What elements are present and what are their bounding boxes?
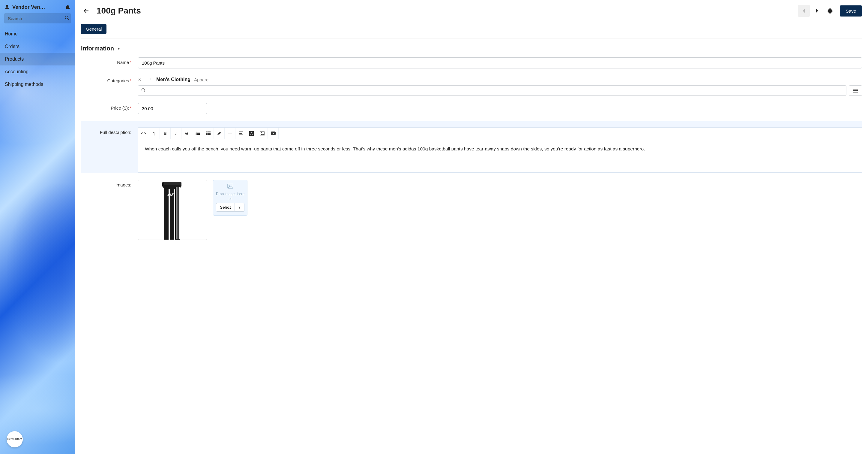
- product-image-thumb[interactable]: [138, 180, 207, 240]
- tabs: General: [81, 24, 862, 38]
- svg-rect-15: [206, 134, 208, 135]
- sidebar-nav: Home Orders Products Accounting Shipping…: [0, 28, 75, 91]
- svg-rect-13: [208, 133, 209, 134]
- nav-shipping-methods[interactable]: Shipping methods: [0, 78, 75, 91]
- save-button[interactable]: Save: [840, 5, 862, 17]
- price-label: Price ($):*: [81, 103, 138, 111]
- svg-point-3: [195, 132, 196, 133]
- vendor-name[interactable]: Vendor Ven…: [12, 4, 62, 10]
- page-title: 100g Pants: [97, 6, 793, 16]
- description-label: Full description:: [81, 127, 138, 135]
- nav-home[interactable]: Home: [0, 28, 75, 40]
- user-icon: [5, 4, 9, 10]
- svg-rect-11: [209, 132, 211, 133]
- category-main: Men's Clothing: [156, 77, 190, 82]
- sidebar-search[interactable]: [4, 13, 71, 23]
- editor-paragraph-icon[interactable]: ¶: [149, 127, 160, 139]
- sidebar: Vendor Ven… Home Orders Products Account…: [0, 0, 75, 454]
- search-icon: [141, 88, 146, 93]
- category-search[interactable]: [138, 85, 846, 96]
- tab-general[interactable]: General: [81, 24, 106, 34]
- image-dropzone[interactable]: Drop images here or Select ▼: [213, 180, 247, 216]
- svg-rect-0: [853, 89, 858, 89]
- description-editor: <> ¶ B I S —: [138, 127, 862, 173]
- svg-point-5: [195, 133, 196, 134]
- svg-rect-30: [176, 187, 177, 239]
- svg-rect-4: [197, 132, 200, 133]
- bell-icon[interactable]: [65, 4, 70, 10]
- drag-handle-icon[interactable]: ⋮⋮: [145, 77, 153, 82]
- name-input[interactable]: [138, 57, 862, 68]
- caret-down-icon: ▼: [117, 47, 121, 51]
- svg-rect-16: [208, 134, 209, 135]
- price-input[interactable]: [138, 103, 207, 114]
- svg-rect-27: [164, 182, 181, 185]
- svg-rect-18: [239, 132, 243, 132]
- svg-rect-1: [853, 90, 858, 91]
- category-parent: Apparel: [194, 77, 210, 82]
- store-badge[interactable]: Demo Store: [7, 431, 23, 447]
- images-label: Images:: [81, 180, 138, 187]
- svg-point-24: [261, 132, 262, 133]
- nav-products[interactable]: Products: [0, 53, 75, 65]
- search-icon: [65, 16, 69, 21]
- svg-rect-6: [197, 133, 200, 134]
- description-textarea[interactable]: When coach calls you off the bench, you …: [138, 139, 862, 172]
- image-placeholder-icon: [227, 184, 234, 190]
- svg-rect-19: [239, 133, 242, 134]
- editor-italic-icon[interactable]: I: [170, 127, 182, 139]
- nav-accounting[interactable]: Accounting: [0, 65, 75, 78]
- editor-toolbar: <> ¶ B I S —: [138, 127, 862, 139]
- svg-rect-9: [206, 132, 208, 133]
- editor-image-icon[interactable]: [257, 127, 268, 139]
- editor-strike-icon[interactable]: S: [182, 127, 192, 139]
- editor-ul-icon[interactable]: [192, 127, 203, 139]
- categories-label: Categories*: [81, 76, 138, 83]
- select-image-button[interactable]: Select: [216, 203, 235, 212]
- editor-video-icon[interactable]: [268, 127, 279, 139]
- editor-align-icon[interactable]: [236, 127, 246, 139]
- nav-orders[interactable]: Orders: [0, 40, 75, 53]
- svg-rect-29: [178, 187, 179, 239]
- category-chip: ✕ ⋮⋮ Men's Clothing Apparel: [138, 76, 862, 85]
- main-content: 100g Pants Save General Information ▼: [75, 0, 868, 454]
- section-information-label: Information: [81, 45, 114, 52]
- svg-rect-14: [209, 133, 211, 134]
- editor-table-icon[interactable]: [203, 127, 214, 139]
- dropzone-text: Drop images here or: [216, 192, 245, 201]
- editor-hr-icon[interactable]: —: [225, 127, 236, 139]
- svg-point-7: [195, 134, 196, 135]
- prev-button: [798, 5, 810, 17]
- settings-button[interactable]: [824, 5, 836, 17]
- topbar: 100g Pants Save: [81, 3, 862, 19]
- editor-bold-icon[interactable]: B: [160, 127, 170, 139]
- svg-rect-8: [197, 134, 200, 135]
- editor-textcolor-icon[interactable]: A: [246, 127, 257, 139]
- category-menu-button[interactable]: [849, 85, 862, 96]
- search-input[interactable]: [8, 16, 65, 21]
- svg-text:A: A: [250, 132, 253, 135]
- next-button[interactable]: [811, 5, 823, 17]
- select-image-caret[interactable]: ▼: [235, 203, 244, 212]
- name-label: Name*: [81, 57, 138, 65]
- svg-rect-28: [179, 187, 180, 239]
- svg-rect-20: [239, 135, 243, 135]
- back-button[interactable]: [81, 6, 91, 16]
- category-remove[interactable]: ✕: [138, 78, 141, 82]
- editor-code-icon[interactable]: <>: [138, 127, 149, 139]
- section-information[interactable]: Information ▼: [81, 45, 862, 52]
- svg-point-32: [228, 185, 229, 186]
- svg-rect-17: [209, 134, 211, 135]
- svg-rect-2: [853, 92, 858, 92]
- svg-rect-10: [208, 132, 209, 133]
- editor-link-icon[interactable]: [214, 127, 225, 139]
- svg-rect-12: [206, 133, 208, 134]
